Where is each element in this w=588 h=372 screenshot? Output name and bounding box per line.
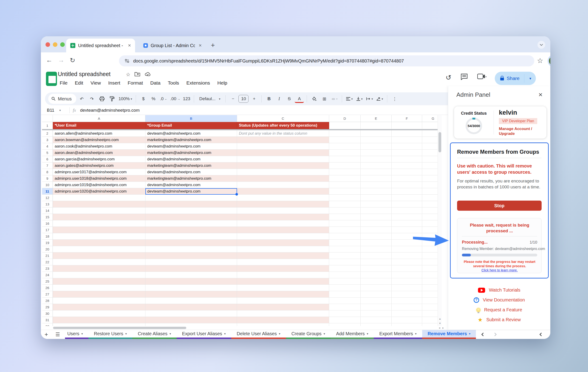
cell[interactable]	[53, 195, 145, 201]
cell[interactable]	[329, 122, 361, 129]
cell[interactable]	[361, 182, 392, 188]
zoom-select[interactable]: 100%▾	[118, 94, 133, 103]
row-header-29[interactable]: 29	[42, 304, 53, 310]
search-menus-button[interactable]: Menus	[48, 94, 76, 104]
sheet-tab-restore-users[interactable]: Restore Users▾	[88, 330, 132, 339]
name-box[interactable]: B11 ▾	[41, 108, 66, 113]
cell[interactable]	[329, 285, 361, 291]
row-header-10[interactable]: 10	[42, 182, 53, 188]
cell[interactable]	[392, 272, 422, 278]
cell[interactable]	[145, 233, 237, 240]
cell[interactable]	[329, 169, 361, 175]
cell[interactable]	[145, 227, 237, 233]
cell[interactable]	[237, 201, 329, 207]
cell[interactable]	[237, 246, 329, 253]
row-header-23[interactable]: 23	[42, 266, 53, 272]
cell[interactable]	[53, 272, 145, 278]
cell[interactable]	[237, 162, 329, 169]
cell[interactable]	[361, 285, 392, 291]
row-header-8[interactable]: 8	[42, 169, 53, 175]
star-document-icon[interactable]: ☆	[126, 72, 130, 78]
cell[interactable]	[53, 207, 145, 214]
print-button[interactable]	[97, 94, 106, 103]
cell[interactable]	[329, 323, 361, 326]
cell[interactable]: marketingteam@adminsheetpro.com	[145, 149, 237, 156]
cell[interactable]	[145, 253, 237, 259]
version-history-icon[interactable]: ↺	[446, 74, 451, 82]
tab-scroll-right-icon[interactable]	[493, 333, 497, 336]
grid-corner[interactable]	[42, 115, 53, 122]
cell[interactable]	[361, 130, 392, 137]
column-header-G[interactable]: G	[422, 115, 438, 122]
cell[interactable]	[145, 195, 237, 201]
cell[interactable]	[422, 291, 438, 298]
panel-collapse-icon[interactable]	[540, 333, 543, 336]
cell[interactable]	[422, 130, 438, 137]
cell[interactable]: devteam@adminsheetpro.com	[145, 143, 237, 149]
sheet-tab-remove-members[interactable]: Remove Members▾	[422, 330, 476, 339]
row-header-14[interactable]: 14	[42, 207, 53, 214]
cell[interactable]: devteam@adminsheetpro.com	[145, 182, 237, 188]
cell[interactable]	[361, 214, 392, 220]
sheet-tab-menu-icon[interactable]: ▾	[415, 332, 417, 335]
cell[interactable]	[392, 259, 422, 266]
cell[interactable]	[329, 266, 361, 272]
cell[interactable]	[237, 214, 329, 220]
cell[interactable]	[422, 149, 438, 156]
italic-button[interactable]: I	[274, 94, 284, 103]
comments-icon[interactable]	[461, 74, 468, 80]
menu-item-file[interactable]: File	[57, 79, 70, 87]
row-header-32[interactable]: 32	[42, 323, 53, 326]
cell[interactable]	[422, 214, 438, 220]
text-color-button[interactable]: A	[295, 96, 304, 103]
cell[interactable]	[329, 220, 361, 227]
cell[interactable]	[422, 285, 438, 291]
window-close-button[interactable]	[45, 42, 50, 47]
browser-profile-chip[interactable]: K School	[547, 55, 550, 67]
cell[interactable]	[237, 304, 329, 310]
cell[interactable]: devteam@adminsheetpro.com	[145, 169, 237, 175]
vertical-scrollbar[interactable]: ▲ ▼	[438, 115, 442, 326]
stop-button[interactable]: Stop	[457, 201, 542, 211]
cell[interactable]	[392, 162, 422, 169]
cell[interactable]	[145, 240, 237, 246]
cell[interactable]: aaron.bowman@adminsheetpro.com	[53, 137, 145, 143]
sheet-tab-menu-icon[interactable]: ▾	[469, 332, 471, 335]
cell[interactable]	[361, 240, 392, 246]
cell[interactable]	[53, 304, 145, 310]
cell[interactable]	[361, 253, 392, 259]
cell[interactable]	[329, 317, 361, 323]
cell[interactable]	[361, 156, 392, 162]
cell[interactable]	[361, 272, 392, 278]
cell[interactable]	[145, 304, 237, 310]
cell[interactable]	[392, 298, 422, 304]
move-folder-icon[interactable]	[135, 72, 140, 76]
horizontal-align-button[interactable]: ▾	[345, 94, 354, 103]
sheet-tab-menu-icon[interactable]: ▾	[367, 332, 368, 335]
cell[interactable]	[329, 272, 361, 278]
cell[interactable]: adminpro.user1018@adminsheetpro.com	[53, 175, 145, 182]
window-zoom-button[interactable]	[60, 42, 65, 47]
cell[interactable]	[53, 317, 145, 323]
cell[interactable]	[422, 298, 438, 304]
cell[interactable]	[392, 137, 422, 143]
row-header-31[interactable]: 31	[42, 317, 53, 323]
cell[interactable]	[361, 188, 392, 195]
cell[interactable]: adminpro.user1019@adminsheetpro.com	[53, 182, 145, 188]
cell[interactable]	[53, 201, 145, 207]
cell[interactable]	[53, 253, 145, 259]
cell[interactable]	[53, 310, 145, 317]
cell[interactable]	[392, 130, 422, 137]
panel-close-icon[interactable]: ×	[538, 91, 543, 99]
cell[interactable]	[329, 227, 361, 233]
cell[interactable]	[329, 137, 361, 143]
decrease-decimal-button[interactable]: .0←	[159, 94, 168, 103]
cell[interactable]	[422, 227, 438, 233]
cell[interactable]	[237, 298, 329, 304]
cell[interactable]	[392, 122, 422, 129]
row-header-6[interactable]: 6	[42, 156, 53, 162]
cell[interactable]	[145, 298, 237, 304]
cell[interactable]	[392, 182, 422, 188]
sheet-tab-menu-icon[interactable]: ▾	[126, 332, 127, 335]
cell[interactable]	[422, 317, 438, 323]
